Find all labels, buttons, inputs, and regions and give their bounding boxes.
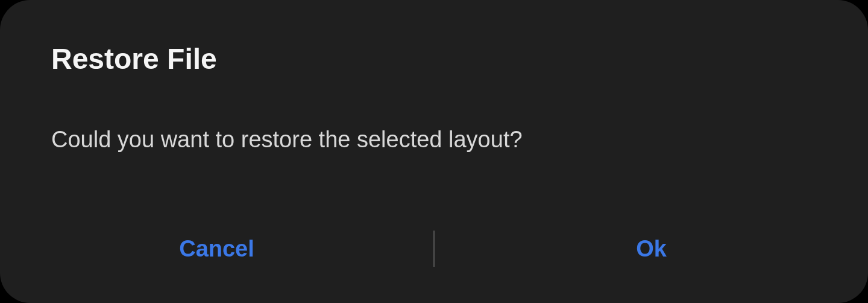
dialog-title: Restore File xyxy=(51,42,817,75)
ok-button[interactable]: Ok xyxy=(435,228,868,270)
dialog-button-row: Cancel Ok xyxy=(0,228,868,270)
dialog-message: Could you want to restore the selected l… xyxy=(51,127,817,153)
dialog-container: Restore File Could you want to restore t… xyxy=(0,0,868,303)
cancel-button[interactable]: Cancel xyxy=(0,228,433,270)
